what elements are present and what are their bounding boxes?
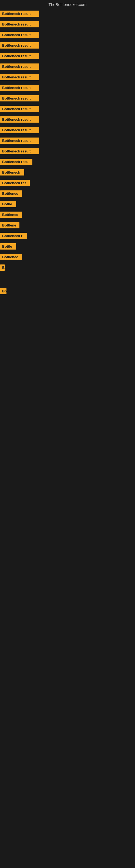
bottleneck-badge[interactable]: Bottle	[0, 201, 16, 207]
bottleneck-badge[interactable]: Bottlene	[0, 222, 19, 228]
list-item: Bottleneck	[0, 167, 135, 178]
bottleneck-badge[interactable]: Bottleneck result	[0, 127, 39, 133]
list-item	[0, 280, 135, 283]
bottleneck-badge[interactable]: Bottleneck result	[0, 106, 39, 112]
bottleneck-badge[interactable]: Bottleneck result	[0, 148, 39, 154]
list-item: B	[0, 263, 135, 273]
list-item	[0, 283, 135, 286]
list-item: Bottlene	[0, 220, 135, 231]
list-item: Bottlenec	[0, 252, 135, 263]
list-item	[0, 313, 135, 316]
bottleneck-badge[interactable]: Bottleneck r	[0, 233, 27, 239]
bottleneck-badge[interactable]: Bottleneck result	[0, 63, 39, 70]
list-item	[0, 310, 135, 313]
list-item: Bottleneck r	[0, 231, 135, 242]
bottleneck-badge[interactable]: Bottleneck result	[0, 85, 39, 91]
bottleneck-badge[interactable]: Bottleneck result	[0, 116, 39, 123]
bottleneck-badge[interactable]: Bottleneck result	[0, 42, 39, 49]
list-item: Bottleneck result	[0, 115, 135, 125]
bottleneck-badge[interactable]: Bottlenec	[0, 212, 22, 218]
list-item: Bottleneck result	[0, 104, 135, 115]
list-item: Bottlenec	[0, 189, 135, 199]
list-item: Bottleneck resu	[0, 157, 135, 167]
list-item	[0, 277, 135, 280]
bottleneck-badge[interactable]: B	[0, 265, 5, 271]
bottleneck-items-container: Bottleneck resultBottleneck resultBottle…	[0, 8, 135, 316]
bottleneck-badge[interactable]: Bottleneck result	[0, 53, 39, 59]
list-item: Bottleneck result	[0, 20, 135, 30]
list-item: Bottleneck result	[0, 94, 135, 104]
list-item	[0, 297, 135, 300]
list-item	[0, 273, 135, 277]
list-item: Bottleneck result	[0, 9, 135, 20]
list-item: Bottleneck result	[0, 62, 135, 72]
list-item	[0, 300, 135, 304]
bottleneck-badge[interactable]: Bottlenec	[0, 254, 22, 260]
list-item: Bottleneck result	[0, 51, 135, 62]
bottleneck-badge[interactable]: Bottle	[0, 243, 16, 250]
bottleneck-badge[interactable]: Bottlenec	[0, 190, 22, 197]
list-item: Bottle	[0, 199, 135, 210]
bottleneck-badge[interactable]: Bo	[0, 288, 6, 294]
bottleneck-badge[interactable]: Bottleneck	[0, 169, 24, 176]
bottleneck-badge[interactable]: Bottleneck result	[0, 10, 39, 17]
bottleneck-badge[interactable]: Bottleneck result	[0, 32, 39, 38]
bottleneck-badge[interactable]: Bottleneck res	[0, 180, 30, 186]
bottleneck-badge[interactable]: Bottleneck result	[0, 21, 39, 27]
bottleneck-badge[interactable]: Bottleneck result	[0, 95, 39, 101]
list-item: Bottleneck result	[0, 41, 135, 51]
list-item: Bottleneck result	[0, 72, 135, 83]
list-item	[0, 307, 135, 310]
list-item: Bottleneck result	[0, 136, 135, 147]
list-item: Bottleneck result	[0, 125, 135, 136]
list-item: Bottleneck result	[0, 30, 135, 41]
list-item	[0, 304, 135, 307]
list-item: Bottlenec	[0, 210, 135, 220]
list-item: Bottleneck result	[0, 147, 135, 157]
list-item: Bottleneck res	[0, 178, 135, 189]
list-item: Bottleneck result	[0, 83, 135, 94]
bottleneck-badge[interactable]: Bottleneck resu	[0, 159, 32, 165]
bottleneck-badge[interactable]: Bottleneck result	[0, 137, 39, 144]
list-item: Bottle	[0, 242, 135, 252]
bottleneck-badge[interactable]: Bottleneck result	[0, 74, 39, 80]
site-title: TheBottlenecker.com	[49, 2, 87, 7]
list-item: Bo	[0, 286, 135, 297]
site-header: TheBottlenecker.com	[0, 0, 135, 8]
